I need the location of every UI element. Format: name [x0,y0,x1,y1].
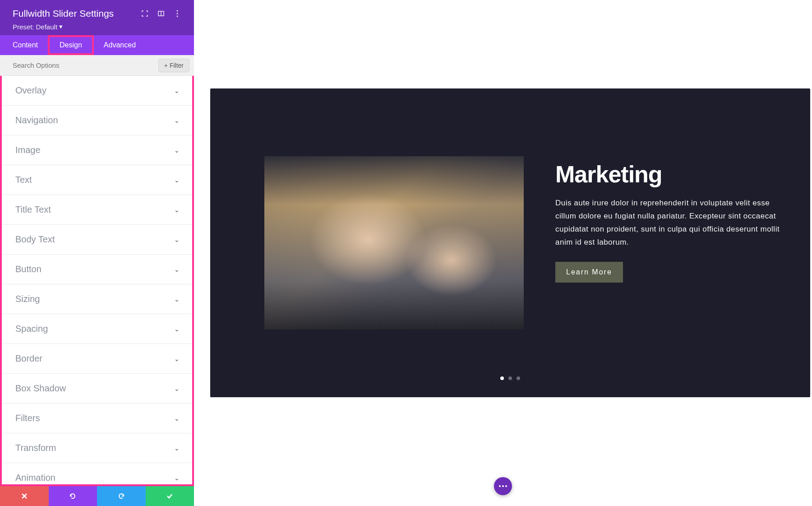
slide-content: Marketing Duis aute irure dolor in repre… [264,156,792,330]
option-label: Image [15,145,41,155]
redo-button[interactable] [97,486,146,506]
chevron-down-icon: ⌄ [174,296,180,303]
option-title-text[interactable]: Title Text⌄ [2,195,192,225]
close-icon [21,493,28,499]
save-button[interactable] [146,486,194,506]
option-label: Box Shadow [15,383,66,394]
chevron-down-icon: ⌄ [174,147,180,154]
redo-icon [117,492,125,500]
plus-icon: + [164,62,168,69]
svg-point-4 [177,16,178,17]
module-title: Fullwidth Slider Settings [13,8,114,19]
svg-point-3 [177,13,178,14]
option-text[interactable]: Text⌄ [2,165,192,195]
sidebar-header: Fullwidth Slider Settings Preset: Defaul… [0,0,194,35]
slide-image [264,156,524,330]
ellipsis-icon [499,485,507,487]
filter-button[interactable]: + Filter [158,59,189,72]
header-icons [141,9,181,18]
option-image[interactable]: Image⌄ [2,135,192,165]
chevron-down-icon: ⌄ [174,385,180,392]
pagination-dot[interactable] [500,376,504,380]
tab-design[interactable]: Design [48,35,94,55]
slide-text-block: Marketing Duis aute irure dolor in repre… [555,156,792,283]
chevron-down-icon: ⌄ [174,266,180,273]
option-label: Animation [15,473,55,483]
option-navigation[interactable]: Navigation⌄ [2,106,192,135]
preview-area: Marketing Duis aute irure dolor in repre… [194,0,812,506]
option-transform[interactable]: Transform⌄ [2,433,192,463]
preset-prefix: Preset: [13,23,34,31]
settings-sidebar: Fullwidth Slider Settings Preset: Defaul… [0,0,194,506]
preset-value: Default [36,23,58,31]
slider-pagination [500,376,520,380]
fullwidth-slider-module[interactable]: Marketing Duis aute irure dolor in repre… [210,88,810,397]
more-icon[interactable] [173,9,181,18]
option-label: Overlay [15,85,46,96]
design-options-list: Overlay⌄ Navigation⌄ Image⌄ Text⌄ Title … [0,76,194,486]
option-label: Button [15,264,42,274]
search-input[interactable] [13,61,103,69]
option-box-shadow[interactable]: Box Shadow⌄ [2,374,192,404]
option-overlay[interactable]: Overlay⌄ [2,76,192,106]
focus-icon[interactable] [141,9,149,18]
undo-button[interactable] [49,486,97,506]
footer-action-bar [0,486,194,506]
split-view-icon[interactable] [157,9,165,18]
slide-cta-button[interactable]: Learn More [555,262,623,283]
option-label: Text [15,175,32,185]
option-label: Navigation [15,115,58,125]
option-border[interactable]: Border⌄ [2,344,192,374]
svg-point-2 [177,10,178,12]
option-animation[interactable]: Animation⌄ [2,463,192,486]
tab-advanced[interactable]: Advanced [94,35,146,55]
option-body-text[interactable]: Body Text⌄ [2,225,192,255]
slide-body: Duis aute irure dolor in reprehenderit i… [555,197,792,249]
chevron-down-icon: ⌄ [174,325,180,333]
option-label: Transform [15,443,56,453]
option-label: Border [15,353,42,364]
option-label: Spacing [15,324,48,334]
option-label: Title Text [15,204,51,215]
slide-title: Marketing [555,161,792,188]
option-filters[interactable]: Filters⌄ [2,404,192,433]
chevron-down-icon: ⌄ [174,474,180,482]
cancel-button[interactable] [0,486,49,506]
option-spacing[interactable]: Spacing⌄ [2,314,192,344]
page-actions-fab[interactable] [494,477,512,495]
option-button[interactable]: Button⌄ [2,255,192,284]
chevron-down-icon: ⌄ [174,176,180,184]
settings-tabs: Content Design Advanced [0,35,194,55]
chevron-down-icon: ⌄ [174,236,180,243]
chevron-down-icon: ▾ [59,23,63,31]
chevron-down-icon: ⌄ [174,355,180,362]
search-filter-row: + Filter [0,55,194,76]
check-icon [166,492,173,500]
chevron-down-icon: ⌄ [174,445,180,452]
tab-content[interactable]: Content [0,35,48,55]
filter-label: Filter [170,62,184,69]
chevron-down-icon: ⌄ [174,206,180,214]
chevron-down-icon: ⌄ [174,117,180,124]
chevron-down-icon: ⌄ [174,87,180,94]
option-label: Body Text [15,234,55,245]
pagination-dot[interactable] [508,376,512,380]
undo-icon [69,492,77,500]
option-sizing[interactable]: Sizing⌄ [2,284,192,314]
option-label: Sizing [15,294,40,304]
chevron-down-icon: ⌄ [174,415,180,422]
option-label: Filters [15,413,40,423]
preset-selector[interactable]: Preset: Default ▾ [13,23,181,31]
sidebar-title-row: Fullwidth Slider Settings [13,8,181,19]
pagination-dot[interactable] [517,376,520,380]
